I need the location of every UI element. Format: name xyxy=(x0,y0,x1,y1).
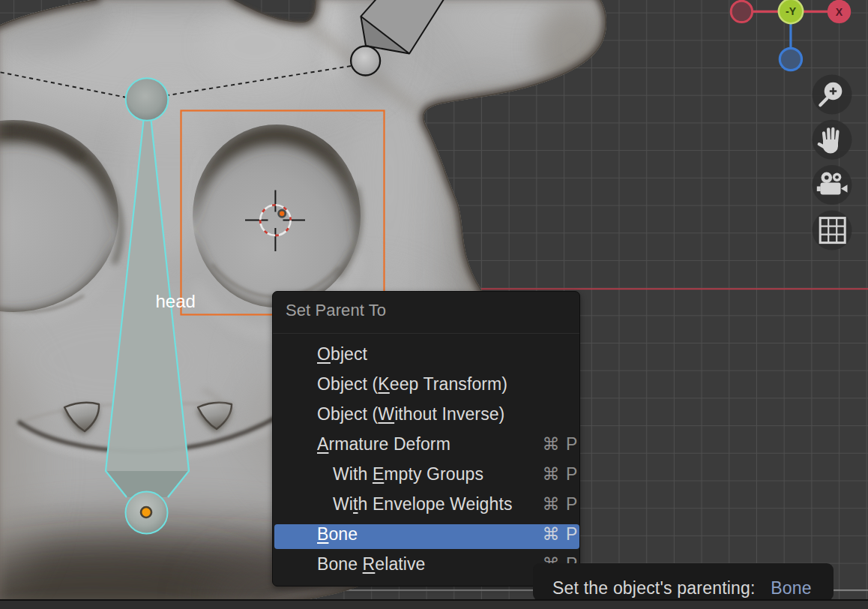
svg-text:head: head xyxy=(156,291,196,311)
svg-text:-Y: -Y xyxy=(786,5,797,17)
svg-text:X: X xyxy=(836,6,843,18)
